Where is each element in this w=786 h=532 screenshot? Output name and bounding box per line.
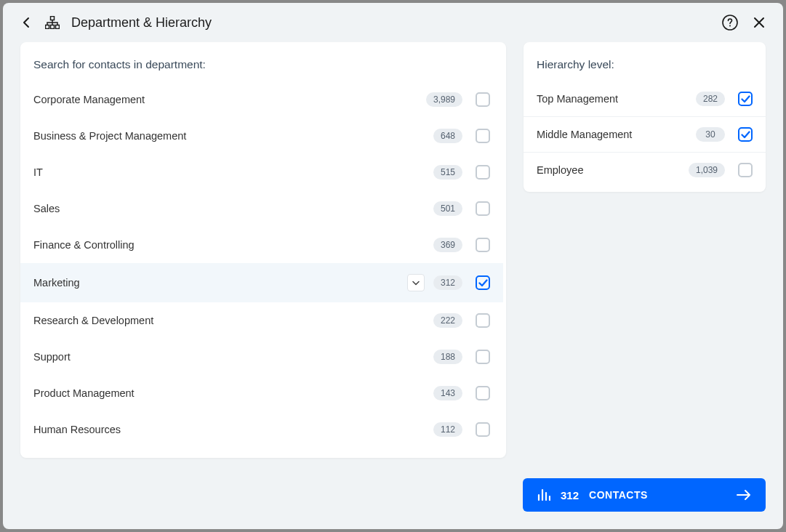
department-item[interactable]: Sales501 [20,190,503,227]
modal-title: Department & Hierarchy [71,15,212,31]
department-label: Sales [33,203,428,214]
count-badge: 501 [433,201,462,216]
checkbox[interactable] [738,163,753,177]
checkbox[interactable] [476,238,490,252]
hierarchy-panel: Hierarchy level: Top Management282Middle… [524,42,766,192]
checkbox[interactable] [476,165,490,180]
department-item[interactable]: Product Management143 [20,375,503,411]
count-badge: 222 [433,313,462,328]
hierarchy-item[interactable]: Middle Management30 [524,117,766,153]
check-icon [741,95,750,103]
department-item[interactable]: IT515 [20,154,503,190]
checkbox[interactable] [476,313,490,328]
count-badge: 143 [433,386,462,400]
contacts-button[interactable]: 312 CONTACTS [523,478,766,512]
hierarchy-panel-title: Hierarchy level: [524,42,766,81]
count-badge: 312 [433,275,462,290]
department-item[interactable]: Corporate Management3,989 [20,81,503,118]
back-button[interactable] [19,15,33,30]
close-icon [753,17,765,28]
count-badge: 369 [433,238,462,252]
department-item[interactable]: Human Resources112 [20,411,503,448]
hierarchy-label: Middle Management [537,129,690,140]
svg-rect-3 [56,25,60,29]
arrow-right-icon [737,489,751,501]
checkbox[interactable] [738,92,753,106]
close-button[interactable] [751,15,767,31]
department-item[interactable]: Support188 [20,339,503,375]
department-label: Finance & Controlling [33,239,428,251]
department-item[interactable]: Marketing312 [20,263,503,302]
chevron-left-icon [23,17,30,28]
count-badge: 282 [696,92,725,106]
count-badge: 112 [433,422,462,437]
hierarchy-list: Top Management282Middle Management30Empl… [524,81,766,192]
checkbox[interactable] [738,127,753,142]
checkbox[interactable] [476,386,490,400]
modal-header: Department & Hierarchy [3,3,783,42]
expand-button[interactable] [407,274,425,291]
checkbox[interactable] [476,201,490,216]
count-badge: 648 [433,129,462,143]
department-label: Product Management [33,387,428,399]
count-badge: 30 [696,127,725,142]
count-badge: 188 [433,350,462,364]
svg-rect-1 [46,25,49,29]
department-item[interactable]: Research & Development222 [20,302,503,339]
check-icon [478,279,488,287]
department-panel: Search for contacts in department: Corpo… [20,42,506,458]
count-badge: 1,039 [689,163,725,177]
hierarchy-item[interactable]: Top Management282 [524,81,766,117]
chevron-down-icon [412,281,420,286]
department-label: IT [33,166,428,178]
help-button[interactable] [722,15,738,31]
department-item[interactable]: Finance & Controlling369 [20,227,503,263]
count-badge: 3,989 [426,92,462,107]
hierarchy-icon [45,15,60,30]
svg-rect-0 [51,17,55,20]
checkbox[interactable] [476,129,490,143]
department-label: Business & Project Management [33,130,428,142]
department-list[interactable]: Corporate Management3,989Business & Proj… [20,81,506,458]
count-badge: 515 [433,165,462,180]
checkbox[interactable] [476,422,490,437]
help-icon [722,15,738,31]
svg-rect-2 [51,25,55,29]
department-label: Marketing [33,277,401,289]
checkbox[interactable] [476,92,490,107]
hierarchy-label: Employee [537,164,683,176]
check-icon [741,131,750,139]
checkbox[interactable] [476,275,490,290]
chart-icon [537,488,550,501]
hierarchy-label: Top Management [537,93,690,105]
department-label: Corporate Management [33,94,420,105]
department-label: Research & Development [33,315,428,326]
checkbox[interactable] [476,350,490,364]
footer-label: CONTACTS [589,489,648,501]
department-item[interactable]: Business & Project Management648 [20,118,503,154]
hierarchy-item[interactable]: Employee1,039 [524,153,766,192]
department-panel-title: Search for contacts in department: [20,42,506,81]
department-label: Support [33,351,428,363]
svg-point-5 [729,25,731,27]
department-label: Human Resources [33,424,428,435]
footer-count: 312 [561,489,579,501]
